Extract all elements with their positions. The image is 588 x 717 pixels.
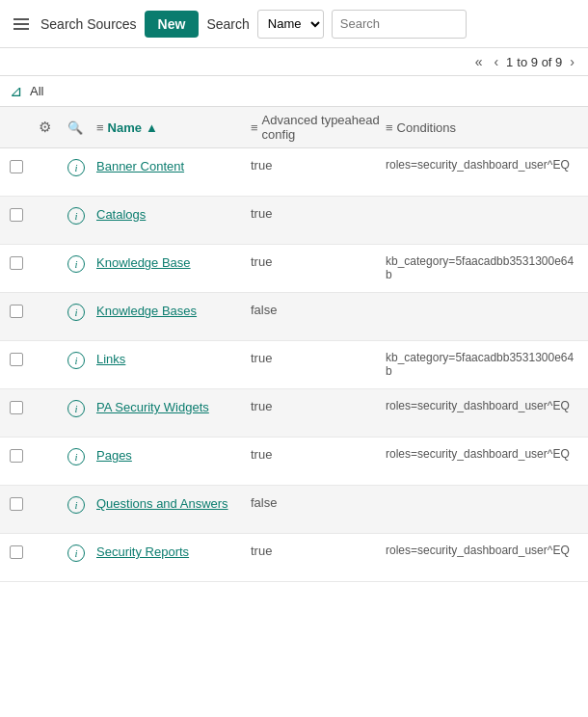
table-row: i Questions and Answers false bbox=[0, 486, 588, 534]
row-name-cell: Questions and Answers bbox=[96, 495, 251, 513]
row-typeahead-cell: false bbox=[251, 495, 386, 510]
row-name-cell: Knowledge Base bbox=[96, 254, 251, 272]
row-checkbox[interactable] bbox=[10, 545, 23, 559]
info-icon[interactable]: i bbox=[67, 352, 85, 369]
column-header-typeahead[interactable]: ≡ Advanced typeahead config bbox=[251, 113, 386, 142]
row-info-cell: i bbox=[67, 495, 96, 514]
column-header-name[interactable]: ≡ Name ▲ bbox=[96, 120, 251, 135]
row-name-link[interactable]: Catalogs bbox=[96, 207, 146, 222]
row-checkbox-cell bbox=[10, 447, 39, 463]
search-label: Search bbox=[206, 16, 249, 32]
current-page: 1 bbox=[506, 55, 513, 69]
row-checkbox-cell bbox=[10, 544, 39, 559]
row-name-link[interactable]: Pages bbox=[96, 448, 132, 463]
info-icon[interactable]: i bbox=[67, 448, 85, 465]
search-input[interactable] bbox=[332, 10, 467, 39]
row-typeahead-cell: true bbox=[251, 447, 386, 462]
row-typeahead-cell: true bbox=[251, 206, 386, 221]
row-info-cell: i bbox=[67, 206, 96, 225]
table-row: i Pages true roles=security_dashboard_us… bbox=[0, 438, 588, 486]
column-menu-icon3: ≡ bbox=[386, 120, 393, 135]
sort-arrow-icon: ▲ bbox=[146, 120, 158, 135]
row-typeahead-cell: true bbox=[251, 351, 386, 365]
table-row: i PA Security Widgets true roles=securit… bbox=[0, 389, 588, 438]
filter-icon: ⊿ bbox=[10, 82, 22, 100]
row-conditions-cell: roles=security_dashboard_user^EQ bbox=[386, 447, 578, 461]
row-typeahead-cell: true bbox=[251, 399, 386, 413]
row-checkbox-cell bbox=[10, 254, 39, 270]
info-icon[interactable]: i bbox=[67, 304, 85, 321]
row-checkbox[interactable] bbox=[10, 449, 23, 463]
column-header-conditions[interactable]: ≡ Conditions bbox=[386, 120, 578, 135]
row-name-cell: Security Reports bbox=[96, 544, 251, 561]
row-name-cell: Pages bbox=[96, 447, 251, 465]
row-checkbox[interactable] bbox=[10, 401, 23, 414]
row-info-cell: i bbox=[67, 399, 96, 417]
row-info-cell: i bbox=[67, 303, 96, 321]
row-typeahead-cell: true bbox=[251, 158, 386, 173]
row-checkbox[interactable] bbox=[10, 497, 23, 511]
next-page-button[interactable]: › bbox=[566, 52, 578, 71]
new-button[interactable]: New bbox=[145, 11, 200, 38]
row-name-cell: PA Security Widgets bbox=[96, 399, 251, 416]
first-page-button[interactable]: « bbox=[471, 52, 487, 71]
info-icon[interactable]: i bbox=[67, 400, 85, 417]
search-icon[interactable]: 🔍 bbox=[67, 120, 83, 135]
row-checkbox[interactable] bbox=[10, 256, 23, 270]
row-name-link[interactable]: Knowledge Bases bbox=[96, 304, 197, 318]
filter-bar: ⊿ All bbox=[0, 76, 588, 107]
column-menu-icon: ≡ bbox=[96, 120, 104, 135]
row-checkbox[interactable] bbox=[10, 353, 23, 366]
table-row: i Links true kb_category=5faacadbb353130… bbox=[0, 341, 588, 389]
row-name-link[interactable]: Banner Content bbox=[96, 159, 184, 173]
row-name-link[interactable]: PA Security Widgets bbox=[96, 400, 209, 414]
info-icon[interactable]: i bbox=[67, 544, 85, 562]
column-menu-icon2: ≡ bbox=[251, 120, 258, 135]
filter-label: All bbox=[30, 84, 43, 98]
gear-icon[interactable]: ⚙ bbox=[39, 119, 51, 135]
row-name-cell: Banner Content bbox=[96, 158, 251, 175]
info-icon[interactable]: i bbox=[67, 496, 85, 514]
table-row: i Security Reports true roles=security_d… bbox=[0, 534, 588, 582]
pagination-bar: « ‹ 1 to 9 of 9 › bbox=[0, 48, 588, 76]
page-title: Search Sources bbox=[40, 16, 137, 32]
prev-page-button[interactable]: ‹ bbox=[490, 52, 502, 71]
header-gear-col: ⚙ bbox=[39, 119, 67, 136]
row-conditions-cell: roles=security_dashboard_user^EQ bbox=[386, 158, 578, 172]
row-info-cell: i bbox=[67, 158, 96, 176]
row-conditions-cell: roles=security_dashboard_user^EQ bbox=[386, 399, 578, 412]
row-conditions-cell: kb_category=5faacadbb3531300e64b bbox=[386, 254, 578, 281]
row-conditions-cell: roles=security_dashboard_user^EQ bbox=[386, 544, 578, 557]
row-name-link[interactable]: Knowledge Base bbox=[96, 255, 191, 270]
header: Search Sources New Search Name Value bbox=[0, 0, 588, 48]
table-header: ⚙ 🔍 ≡ Name ▲ ≡ Advanced typeahead config… bbox=[0, 107, 588, 148]
header-info-col: 🔍 bbox=[67, 120, 96, 135]
table-row: i Banner Content true roles=security_das… bbox=[0, 148, 588, 197]
row-name-cell: Catalogs bbox=[96, 206, 251, 224]
row-conditions-cell: kb_category=5faacadbb3531300e64b bbox=[386, 351, 578, 378]
info-icon[interactable]: i bbox=[67, 207, 85, 225]
row-info-cell: i bbox=[67, 544, 96, 562]
row-checkbox[interactable] bbox=[10, 305, 23, 318]
row-checkbox-cell bbox=[10, 206, 39, 222]
row-checkbox-cell bbox=[10, 158, 39, 173]
row-typeahead-cell: true bbox=[251, 544, 386, 558]
row-checkbox-cell bbox=[10, 351, 39, 366]
row-info-cell: i bbox=[67, 447, 96, 465]
info-icon[interactable]: i bbox=[67, 159, 85, 176]
row-checkbox[interactable] bbox=[10, 160, 23, 173]
page-total: to 9 of 9 bbox=[517, 55, 562, 69]
row-name-link[interactable]: Questions and Answers bbox=[96, 496, 228, 511]
row-name-link[interactable]: Security Reports bbox=[96, 544, 189, 559]
search-field-select[interactable]: Name Value bbox=[257, 10, 324, 39]
info-icon[interactable]: i bbox=[67, 255, 85, 273]
row-checkbox[interactable] bbox=[10, 208, 23, 222]
row-checkbox-cell bbox=[10, 495, 39, 511]
table-row: i Knowledge Base true kb_category=5faaca… bbox=[0, 245, 588, 293]
row-typeahead-cell: true bbox=[251, 254, 386, 269]
row-info-cell: i bbox=[67, 351, 96, 369]
table-body: i Banner Content true roles=security_das… bbox=[0, 148, 588, 582]
table-row: i Knowledge Bases false bbox=[0, 293, 588, 341]
row-name-link[interactable]: Links bbox=[96, 352, 125, 366]
hamburger-button[interactable] bbox=[10, 14, 33, 34]
